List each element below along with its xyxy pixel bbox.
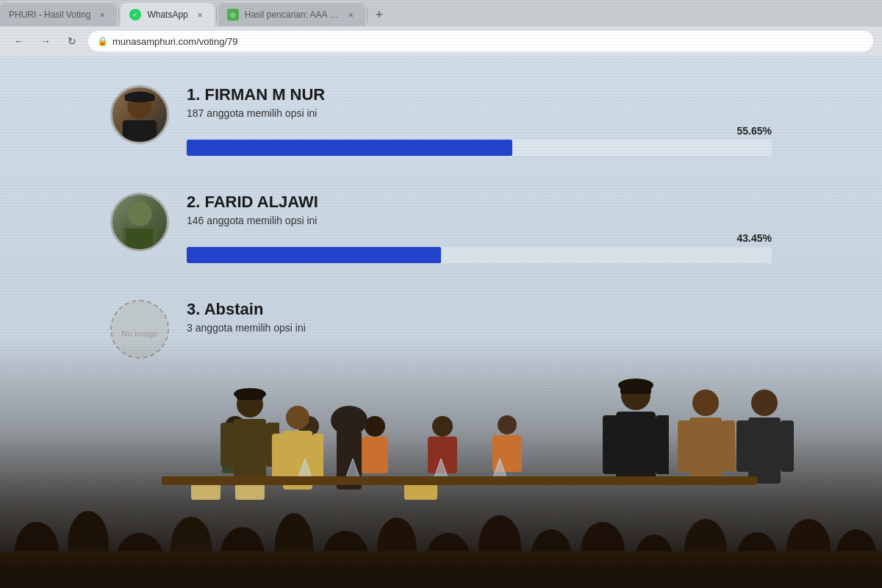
candidate1-bar-container: 55.65% (187, 125, 772, 156)
address-bar: ← → ↻ 🔒 munasamphuri.com/voting/79 (0, 26, 882, 56)
candidate-row-2: 2. FARID ALJAWI 146 anggota memilih opsi… (110, 193, 772, 263)
svg-point-17 (498, 415, 517, 434)
svg-point-38 (692, 390, 719, 416)
candidate2-avatar (110, 193, 169, 251)
candidate3-info: 3. Abstain 3 anggota memilih opsi ini (187, 300, 772, 340)
candidate1-percentage-label: 55.65% (187, 125, 772, 137)
svg-rect-36 (603, 415, 617, 474)
candidate-row-1: 1. FIRMAN M NUR 187 anggota memilih opsi… (110, 85, 772, 156)
tab-pencarian[interactable]: ◎ Hasil pencarian: AAA MAKMUR ✕ (218, 3, 365, 26)
candidate1-avatar-img (112, 85, 167, 144)
tab-separator-3 (367, 7, 368, 22)
svg-rect-23 (220, 423, 235, 467)
tab2-close-icon[interactable]: ✕ (194, 9, 206, 21)
svg-point-42 (751, 390, 778, 416)
results-icon: ◎ (227, 9, 239, 21)
candidate1-bar-track (187, 140, 772, 156)
candidate1-info: 1. FIRMAN M NUR 187 anggota memilih opsi… (187, 85, 772, 156)
event-table (162, 476, 757, 485)
back-button[interactable]: ← (9, 31, 29, 51)
candidate2-bar-track (187, 247, 772, 263)
svg-point-15 (432, 416, 453, 437)
svg-text:No Image: No Image (121, 329, 157, 338)
svg-rect-45 (781, 420, 794, 472)
tab2-label: WhatsApp (147, 10, 187, 20)
svg-rect-41 (722, 420, 735, 472)
tab-whatsapp[interactable]: ✓ WhatsApp ✕ (121, 3, 214, 26)
tab3-close-icon[interactable]: ✕ (345, 9, 356, 21)
forward-button[interactable]: → (35, 31, 56, 51)
svg-rect-3 (125, 94, 155, 101)
svg-rect-37 (656, 415, 669, 474)
screen: PHURI - Hasil Voting ✕ ✓ WhatsApp ✕ ◎ Ha… (0, 0, 882, 573)
svg-rect-1 (123, 120, 157, 144)
candidate2-info: 2. FARID ALJAWI 146 anggota memilih opsi… (187, 193, 772, 263)
candidate1-votes: 187 anggota memilih opsi ini (187, 107, 772, 119)
candidate1-avatar (110, 85, 169, 144)
security-icon: 🔒 (97, 36, 108, 46)
candidate1-bar-fill (187, 140, 512, 156)
candidate1-name: 1. FIRMAN M NUR (187, 85, 772, 104)
tab-hasil-voting[interactable]: PHURI - Hasil Voting ✕ (0, 3, 117, 26)
svg-rect-27 (272, 434, 284, 478)
candidate2-bar-fill (187, 247, 441, 263)
svg-point-25 (286, 406, 309, 429)
candidate2-avatar-img (112, 193, 167, 251)
bottom-taskbar (0, 551, 882, 573)
candidate2-votes: 146 anggota memilih opsi ini (187, 215, 772, 226)
tab3-label: Hasil pencarian: AAA MAKMUR (245, 10, 339, 20)
svg-rect-43 (748, 417, 781, 484)
tab-bar: PHURI - Hasil Voting ✕ ✓ WhatsApp ✕ ◎ Ha… (0, 0, 882, 26)
url-text: munasamphuri.com/voting/79 (112, 36, 238, 47)
new-tab-button[interactable]: + (369, 4, 390, 25)
svg-rect-6 (126, 229, 154, 249)
candidate3-votes: 3 anggota memilih opsi ini (187, 322, 772, 334)
candidate2-bar-container: 43.45% (187, 232, 772, 263)
candidate2-name: 2. FARID ALJAWI (187, 193, 772, 212)
foreground-scene (0, 338, 882, 573)
svg-point-4 (127, 201, 151, 226)
reload-button[interactable]: ↻ (62, 31, 82, 51)
whatsapp-icon: ✓ (129, 9, 141, 21)
url-bar[interactable]: 🔒 munasamphuri.com/voting/79 (88, 31, 873, 51)
tab1-label: PHURI - Hasil Voting (9, 10, 90, 20)
tab1-close-icon[interactable]: ✕ (96, 9, 108, 21)
svg-rect-44 (736, 420, 750, 472)
tab-separator-2 (216, 7, 217, 22)
browser-chrome: PHURI - Hasil Voting ✕ ✓ WhatsApp ✕ ◎ Ha… (0, 0, 882, 56)
voting-container: 1. FIRMAN M NUR 187 anggota memilih opsi… (110, 85, 772, 359)
svg-rect-34 (620, 385, 651, 394)
candidate3-name: 3. Abstain (187, 300, 772, 319)
svg-rect-21 (237, 390, 263, 400)
svg-rect-39 (689, 417, 722, 484)
candidate2-percentage-label: 43.45% (187, 232, 772, 244)
tab-separator-1 (118, 7, 119, 22)
svg-rect-40 (678, 420, 691, 472)
